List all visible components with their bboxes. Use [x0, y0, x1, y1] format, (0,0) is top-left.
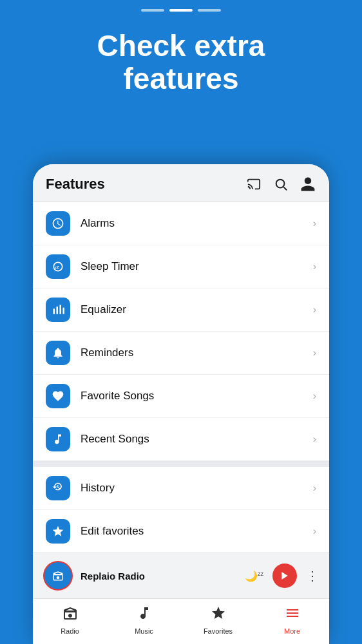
features-list-group-1: Alarms › zZ Sleep Timer › — [33, 202, 329, 460]
favorites-nav-label: Favorites — [204, 627, 233, 635]
phone-mockup: Features — [33, 164, 329, 644]
svg-text:zZ: zZ — [55, 265, 59, 269]
svg-rect-6 — [60, 305, 62, 314]
history-icon — [46, 476, 70, 500]
edit-favorites-icon — [46, 519, 70, 544]
list-divider — [33, 460, 329, 467]
alarms-chevron: › — [313, 218, 316, 229]
nav-item-more[interactable]: More — [255, 605, 329, 635]
nav-item-music[interactable]: Music — [107, 605, 181, 635]
feature-item-reminders[interactable]: Reminders › — [33, 332, 329, 375]
app-header: Features — [33, 164, 329, 202]
history-chevron: › — [313, 482, 316, 494]
hero-section: Check extra features — [0, 12, 362, 115]
reminders-label: Reminders — [81, 346, 313, 359]
sleep-icon[interactable]: 🌙zz — [245, 570, 263, 582]
more-nav-icon — [285, 605, 300, 625]
drag-dot-1 — [141, 9, 164, 12]
favorites-nav-icon — [211, 605, 226, 625]
reminders-chevron: › — [313, 347, 316, 359]
radio-nav-icon — [62, 605, 78, 625]
feature-item-alarms[interactable]: Alarms › — [33, 202, 329, 245]
np-logo — [43, 561, 73, 591]
play-button[interactable] — [272, 564, 297, 588]
edit-favorites-chevron: › — [313, 526, 316, 537]
radio-nav-label: Radio — [61, 627, 79, 635]
more-nav-label: More — [284, 627, 300, 635]
bottom-nav: Radio Music Favorites — [33, 598, 329, 644]
header-icons — [245, 176, 316, 193]
feature-item-edit-favorites[interactable]: Edit favorites › — [33, 510, 329, 553]
equalizer-chevron: › — [313, 304, 316, 316]
hero-title: Check extra features — [26, 30, 336, 95]
recent-songs-icon — [46, 427, 70, 451]
sleep-timer-icon: zZ — [46, 254, 70, 279]
drag-dot-2 — [169, 9, 193, 12]
feature-item-favorite-songs[interactable]: Favorite Songs › — [33, 375, 329, 418]
equalizer-icon — [46, 298, 70, 322]
np-title: Replaio Radio — [81, 571, 237, 582]
svg-point-1 — [276, 180, 285, 188]
recent-songs-label: Recent Songs — [81, 433, 313, 446]
history-label: History — [81, 482, 313, 495]
features-list-group-2: History › Edit favorites › — [33, 467, 329, 553]
feature-item-equalizer[interactable]: Equalizer › — [33, 289, 329, 332]
feature-item-sleep-timer[interactable]: zZ Sleep Timer › — [33, 245, 329, 289]
music-nav-label: Music — [135, 627, 153, 635]
favorite-songs-icon — [46, 384, 70, 408]
nav-item-radio[interactable]: Radio — [33, 605, 107, 635]
svg-rect-7 — [63, 308, 65, 314]
edit-favorites-label: Edit favorites — [81, 525, 313, 538]
sleep-timer-chevron: › — [313, 261, 316, 272]
music-nav-icon — [137, 605, 152, 625]
equalizer-label: Equalizer — [81, 303, 313, 316]
search-icon[interactable] — [272, 176, 289, 193]
recent-songs-chevron: › — [313, 433, 316, 445]
reminders-icon — [46, 341, 70, 365]
now-playing-bar[interactable]: Replaio Radio 🌙zz ⋮ — [33, 553, 329, 598]
favorite-songs-label: Favorite Songs — [81, 390, 313, 402]
np-controls: 🌙zz ⋮ — [245, 564, 319, 588]
app-title: Features — [46, 176, 105, 193]
nav-item-favorites[interactable]: Favorites — [181, 605, 255, 635]
feature-item-recent-songs[interactable]: Recent Songs › — [33, 418, 329, 460]
more-options-icon[interactable]: ⋮ — [306, 568, 319, 583]
feature-item-history[interactable]: History › — [33, 467, 329, 510]
svg-rect-4 — [53, 308, 55, 314]
np-logo-inner — [49, 567, 67, 585]
svg-line-2 — [283, 187, 287, 190]
drag-indicator — [0, 0, 362, 12]
alarms-label: Alarms — [81, 217, 313, 230]
favorite-songs-chevron: › — [313, 390, 316, 402]
cast-icon[interactable] — [245, 176, 262, 193]
account-icon[interactable] — [300, 176, 316, 193]
svg-rect-5 — [57, 307, 59, 314]
sleep-timer-label: Sleep Timer — [81, 260, 313, 273]
alarms-icon — [46, 211, 70, 236]
svg-marker-8 — [281, 572, 287, 580]
drag-dot-3 — [198, 9, 221, 12]
